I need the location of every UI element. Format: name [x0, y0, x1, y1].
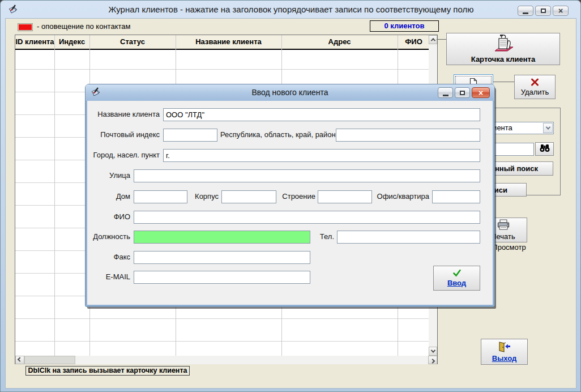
alert-legend-label: - оповещение по контактам [37, 22, 130, 31]
dblclick-hint-label: DblClk на запись вызывает карточку клиен… [25, 366, 190, 376]
printer-icon [497, 219, 510, 232]
dialog-maximize-button[interactable] [455, 87, 470, 98]
new-client-dialog: Ввод нового клиента × Название клиента П… [86, 84, 494, 306]
submit-button[interactable]: Ввод [433, 266, 480, 291]
dialog-close-button[interactable]: × [472, 87, 490, 98]
bevel-line [437, 39, 446, 40]
client-card-button[interactable]: Карточка клиента [446, 33, 560, 65]
client-card-icon [492, 34, 515, 55]
delete-button[interactable]: Удалить [514, 75, 556, 99]
main-titlebar: Журнал клиентов - нажатие на заголовок у… [1, 1, 581, 18]
building-input[interactable] [221, 190, 276, 203]
office-input[interactable] [432, 190, 480, 203]
submit-label: Ввод [447, 279, 466, 287]
print-label: Печать [491, 232, 515, 241]
client-count-badge: 0 клиентов [370, 20, 439, 32]
client-name-input[interactable] [163, 108, 480, 121]
combo-dropdown-button[interactable] [543, 123, 553, 133]
chevron-right-icon [430, 359, 435, 363]
checkmark-icon [452, 269, 462, 279]
field-label-fax: Факс [87, 253, 130, 261]
alert-color-swatch [18, 23, 33, 31]
field-label-city: Город, насел. пункт [87, 151, 160, 159]
field-label-building: Корпус [187, 192, 219, 201]
field-label-region: Республика, область, край, район [220, 130, 334, 139]
structure-input[interactable] [318, 190, 372, 203]
column-header-address[interactable]: Адрес [281, 35, 398, 49]
scroll-right-button[interactable] [428, 356, 437, 364]
street-input[interactable] [134, 169, 480, 182]
field-label-structure: Строение [276, 192, 315, 201]
exit-door-icon [498, 341, 511, 354]
binoculars-icon [539, 144, 550, 154]
main-window: Журнал клиентов - нажатие на заголовок у… [0, 0, 581, 392]
field-label-position: Должность [87, 232, 130, 241]
house-input[interactable] [134, 190, 187, 203]
close-button[interactable]: × [553, 6, 569, 16]
find-button[interactable] [535, 142, 554, 156]
maximize-icon [541, 8, 546, 13]
phone-input[interactable] [337, 231, 480, 244]
chevron-down-icon [430, 348, 435, 352]
field-label-email: E-MAIL [87, 272, 130, 281]
delete-label: Удалить [521, 88, 549, 96]
column-header-id[interactable]: ID клиента [15, 35, 54, 49]
chevron-up-icon [430, 38, 435, 42]
fio-input[interactable] [134, 211, 480, 224]
region-input[interactable] [336, 129, 480, 142]
maximize-icon [460, 91, 465, 95]
column-header-name[interactable]: Название клиента [176, 35, 281, 49]
city-input[interactable] [163, 149, 480, 162]
close-icon: × [479, 89, 483, 97]
horizontal-scroll-thumb[interactable] [24, 356, 75, 364]
email-input[interactable] [134, 271, 310, 284]
column-header-fio[interactable]: ФИО [398, 35, 430, 49]
dialog-minimize-button[interactable] [438, 87, 453, 98]
close-icon: × [558, 7, 563, 15]
minimize-icon [523, 12, 528, 14]
scroll-up-button[interactable] [429, 35, 437, 44]
scroll-left-button[interactable] [15, 356, 24, 364]
exit-button[interactable]: Выход [481, 339, 528, 365]
postal-index-input[interactable] [163, 129, 217, 142]
minimize-icon [443, 95, 448, 96]
maximize-button[interactable] [535, 6, 551, 16]
dialog-title: Ввод нового клиента [86, 88, 494, 97]
client-card-label: Карточка клиента [471, 55, 535, 63]
fax-input[interactable] [134, 251, 310, 264]
minimize-button[interactable] [518, 6, 533, 16]
field-label-office: Офис/квартира [373, 192, 429, 201]
field-label-fio: ФИО [87, 212, 130, 221]
window-title: Журнал клиентов - нажатие на заголовок у… [1, 5, 581, 14]
column-separator [54, 35, 55, 356]
field-label-house: Дом [87, 192, 130, 201]
exit-label: Выход [492, 354, 516, 363]
column-header-index[interactable]: Индекс [54, 35, 89, 49]
field-label-phone: Тел. [310, 232, 334, 241]
chevron-down-icon [545, 125, 550, 129]
field-label-street: Улица [87, 171, 130, 180]
scroll-down-button[interactable] [429, 347, 437, 356]
field-label-postal-index: Почтовый индекс [87, 130, 160, 139]
chevron-left-icon [18, 357, 22, 361]
table-header-row: ID клиента Индекс Статус Название клиент… [15, 35, 437, 50]
column-header-status[interactable]: Статус [89, 35, 176, 49]
bevel-line [493, 82, 514, 82]
dialog-titlebar[interactable]: Ввод нового клиента × [86, 84, 494, 101]
horizontal-scrollbar[interactable] [15, 356, 437, 364]
delete-x-icon [531, 78, 539, 88]
position-input[interactable] [134, 231, 310, 244]
field-label-client-name: Название клиента [87, 110, 160, 118]
